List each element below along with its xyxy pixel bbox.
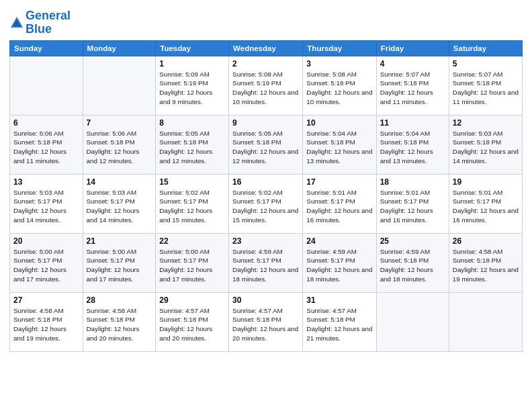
day-cell: 25Sunrise: 4:59 AM Sunset: 5:18 PM Dayli… [376, 233, 449, 292]
day-cell: 20Sunrise: 5:00 AM Sunset: 5:17 PM Dayli… [10, 233, 83, 292]
day-cell: 28Sunrise: 4:58 AM Sunset: 5:18 PM Dayli… [83, 292, 156, 351]
day-number: 13 [13, 177, 79, 187]
day-number: 6 [13, 118, 79, 128]
day-info: Sunrise: 5:06 AM Sunset: 5:18 PM Dayligh… [87, 129, 152, 166]
day-cell: 21Sunrise: 5:00 AM Sunset: 5:17 PM Dayli… [83, 233, 156, 292]
day-info: Sunrise: 4:59 AM Sunset: 5:17 PM Dayligh… [232, 247, 299, 284]
day-cell: 23Sunrise: 4:59 AM Sunset: 5:17 PM Dayli… [229, 233, 303, 292]
day-number: 22 [159, 236, 225, 246]
day-cell: 22Sunrise: 5:00 AM Sunset: 5:17 PM Dayli… [156, 233, 229, 292]
day-info: Sunrise: 5:08 AM Sunset: 5:18 PM Dayligh… [306, 70, 372, 107]
day-info: Sunrise: 5:05 AM Sunset: 5:18 PM Dayligh… [159, 129, 225, 166]
day-number: 25 [380, 236, 445, 246]
day-info: Sunrise: 5:04 AM Sunset: 5:18 PM Dayligh… [306, 129, 372, 166]
day-info: Sunrise: 4:58 AM Sunset: 5:18 PM Dayligh… [453, 247, 519, 284]
day-number: 16 [232, 177, 299, 187]
logo-icon [9, 15, 24, 30]
day-cell [376, 292, 449, 351]
day-cell: 18Sunrise: 5:01 AM Sunset: 5:17 PM Dayli… [376, 174, 449, 233]
day-info: Sunrise: 4:59 AM Sunset: 5:18 PM Dayligh… [380, 247, 445, 284]
day-number: 19 [453, 177, 519, 187]
day-number: 29 [159, 295, 225, 305]
day-number: 12 [453, 118, 519, 128]
day-number: 30 [232, 295, 299, 305]
weekday-monday: Monday [83, 40, 156, 56]
day-cell: 29Sunrise: 4:57 AM Sunset: 5:18 PM Dayli… [156, 292, 229, 351]
logo-text: GeneralBlue [26, 9, 71, 36]
day-info: Sunrise: 5:06 AM Sunset: 5:18 PM Dayligh… [13, 129, 79, 166]
day-number: 9 [232, 118, 299, 128]
day-number: 21 [87, 236, 152, 246]
day-number: 15 [159, 177, 225, 187]
day-cell: 30Sunrise: 4:57 AM Sunset: 5:18 PM Dayli… [229, 292, 303, 351]
day-info: Sunrise: 4:58 AM Sunset: 5:18 PM Dayligh… [13, 306, 79, 343]
day-number: 3 [306, 59, 372, 68]
week-row-4: 20Sunrise: 5:00 AM Sunset: 5:17 PM Dayli… [10, 233, 523, 292]
weekday-saturday: Saturday [449, 40, 522, 56]
day-cell: 5Sunrise: 5:07 AM Sunset: 5:18 PM Daylig… [449, 56, 522, 115]
day-cell: 17Sunrise: 5:01 AM Sunset: 5:17 PM Dayli… [303, 174, 376, 233]
day-info: Sunrise: 5:03 AM Sunset: 5:17 PM Dayligh… [87, 188, 152, 225]
week-row-1: 1Sunrise: 5:09 AM Sunset: 5:19 PM Daylig… [10, 56, 523, 115]
weekday-sunday: Sunday [10, 40, 83, 56]
day-cell: 31Sunrise: 4:57 AM Sunset: 5:18 PM Dayli… [303, 292, 376, 351]
day-number: 24 [306, 236, 372, 246]
day-cell [83, 56, 156, 115]
day-number: 23 [232, 236, 299, 246]
day-info: Sunrise: 5:00 AM Sunset: 5:17 PM Dayligh… [87, 247, 152, 284]
day-cell: 9Sunrise: 5:05 AM Sunset: 5:18 PM Daylig… [229, 115, 303, 174]
day-number: 28 [87, 295, 152, 305]
day-number: 1 [159, 59, 225, 68]
day-cell: 13Sunrise: 5:03 AM Sunset: 5:17 PM Dayli… [10, 174, 83, 233]
day-number: 14 [87, 177, 152, 187]
day-info: Sunrise: 5:02 AM Sunset: 5:17 PM Dayligh… [232, 188, 299, 225]
day-number: 31 [306, 295, 372, 305]
day-info: Sunrise: 5:09 AM Sunset: 5:19 PM Dayligh… [159, 70, 225, 107]
week-row-3: 13Sunrise: 5:03 AM Sunset: 5:17 PM Dayli… [10, 174, 523, 233]
day-cell: 19Sunrise: 5:01 AM Sunset: 5:17 PM Dayli… [449, 174, 522, 233]
day-cell: 8Sunrise: 5:05 AM Sunset: 5:18 PM Daylig… [156, 115, 229, 174]
logo: GeneralBlue [9, 9, 71, 36]
day-number: 11 [380, 118, 445, 128]
day-info: Sunrise: 5:00 AM Sunset: 5:17 PM Dayligh… [13, 247, 79, 284]
day-info: Sunrise: 5:02 AM Sunset: 5:17 PM Dayligh… [159, 188, 225, 225]
weekday-tuesday: Tuesday [156, 40, 229, 56]
day-cell [10, 56, 83, 115]
day-info: Sunrise: 5:04 AM Sunset: 5:18 PM Dayligh… [380, 129, 445, 166]
day-info: Sunrise: 4:57 AM Sunset: 5:18 PM Dayligh… [159, 306, 225, 343]
day-info: Sunrise: 5:01 AM Sunset: 5:17 PM Dayligh… [306, 188, 372, 225]
weekday-friday: Friday [376, 40, 449, 56]
day-cell: 12Sunrise: 5:03 AM Sunset: 5:18 PM Dayli… [449, 115, 522, 174]
day-cell: 26Sunrise: 4:58 AM Sunset: 5:18 PM Dayli… [449, 233, 522, 292]
day-info: Sunrise: 5:03 AM Sunset: 5:17 PM Dayligh… [13, 188, 79, 225]
day-number: 2 [232, 59, 299, 68]
weekday-header-row: SundayMondayTuesdayWednesdayThursdayFrid… [10, 40, 523, 56]
day-info: Sunrise: 5:00 AM Sunset: 5:17 PM Dayligh… [159, 247, 225, 284]
day-cell: 14Sunrise: 5:03 AM Sunset: 5:17 PM Dayli… [83, 174, 156, 233]
day-cell: 2Sunrise: 5:08 AM Sunset: 5:19 PM Daylig… [229, 56, 303, 115]
day-info: Sunrise: 4:59 AM Sunset: 5:17 PM Dayligh… [306, 247, 372, 284]
weekday-wednesday: Wednesday [229, 40, 303, 56]
day-cell: 24Sunrise: 4:59 AM Sunset: 5:17 PM Dayli… [303, 233, 376, 292]
day-cell: 4Sunrise: 5:07 AM Sunset: 5:18 PM Daylig… [376, 56, 449, 115]
day-number: 26 [453, 236, 519, 246]
day-number: 10 [306, 118, 372, 128]
day-info: Sunrise: 5:01 AM Sunset: 5:17 PM Dayligh… [453, 188, 519, 225]
day-cell: 27Sunrise: 4:58 AM Sunset: 5:18 PM Dayli… [10, 292, 83, 351]
day-cell: 10Sunrise: 5:04 AM Sunset: 5:18 PM Dayli… [303, 115, 376, 174]
day-info: Sunrise: 5:03 AM Sunset: 5:18 PM Dayligh… [453, 129, 519, 166]
day-number: 20 [13, 236, 79, 246]
day-number: 5 [453, 59, 519, 68]
day-info: Sunrise: 5:01 AM Sunset: 5:17 PM Dayligh… [380, 188, 445, 225]
day-number: 4 [380, 59, 445, 68]
week-row-2: 6Sunrise: 5:06 AM Sunset: 5:18 PM Daylig… [10, 115, 523, 174]
calendar-page: GeneralBlue SundayMondayTuesdayWednesday… [0, 0, 532, 411]
day-cell: 6Sunrise: 5:06 AM Sunset: 5:18 PM Daylig… [10, 115, 83, 174]
day-number: 8 [159, 118, 225, 128]
week-row-5: 27Sunrise: 4:58 AM Sunset: 5:18 PM Dayli… [10, 292, 523, 351]
day-info: Sunrise: 4:57 AM Sunset: 5:18 PM Dayligh… [232, 306, 299, 343]
day-cell: 11Sunrise: 5:04 AM Sunset: 5:18 PM Dayli… [376, 115, 449, 174]
day-number: 7 [87, 118, 152, 128]
day-cell: 1Sunrise: 5:09 AM Sunset: 5:19 PM Daylig… [156, 56, 229, 115]
day-number: 18 [380, 177, 445, 187]
